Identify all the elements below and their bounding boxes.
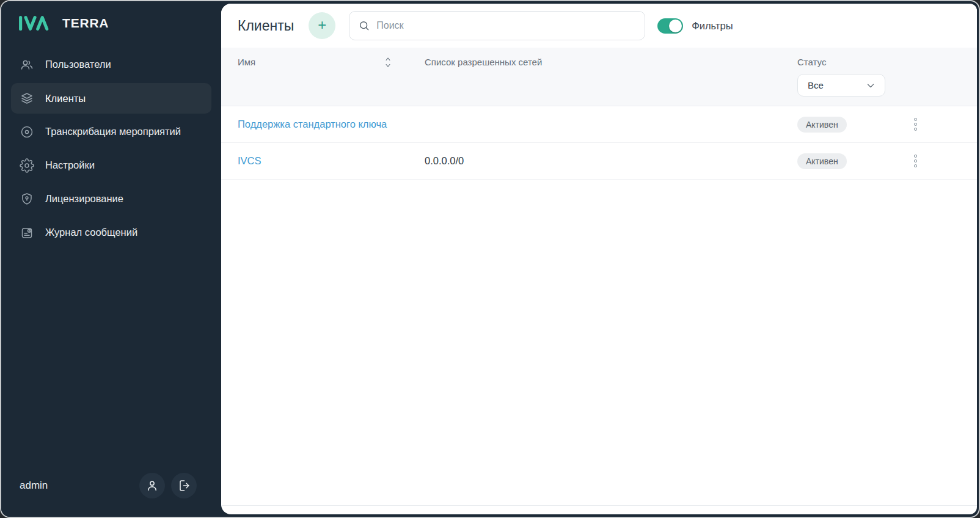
client-status-cell: Активен [797,153,907,169]
sidebar-item-label: Лицензирование [45,193,123,205]
client-name-cell: Поддержка стандартного ключа [238,119,425,130]
client-name-link[interactable]: Поддержка стандартного ключа [238,119,387,130]
client-status-cell: Активен [797,117,907,133]
app-window: TERRA Пользователи [0,0,980,518]
filters-toggle[interactable] [657,18,683,34]
search-box [349,11,645,40]
layers-icon [20,91,34,106]
sidebar-nav: Пользователи Клиенты [1,48,221,249]
page-title: Клиенты [238,18,294,34]
page-header: Клиенты + Фильтры [221,4,977,48]
sidebar-item-clients[interactable]: Клиенты [11,83,211,114]
iva-logo-icon [17,13,54,33]
column-header-name: Имя [238,57,425,106]
table-footer-divider [221,505,977,506]
sidebar-item-label: Клиенты [45,93,86,104]
sidebar-item-label: Журнал сообщений [45,227,137,238]
logout-button[interactable] [171,473,197,498]
client-name-cell: IVCS [238,155,425,167]
logo: TERRA [1,1,221,42]
sidebar-item-label: Пользователи [45,59,111,70]
status-filter-value: Все [808,80,824,90]
chevron-down-icon [865,80,876,91]
person-icon [145,478,159,493]
column-header-networks: Список разрешенных сетей [425,57,797,106]
sort-arrows-icon [384,56,392,68]
search-icon [358,20,370,32]
gear-icon [20,158,34,173]
current-user-label: admin [20,480,133,492]
main-content: Клиенты + Фильтры Имя [221,4,977,514]
row-actions-kebab-button[interactable] [907,111,923,139]
sidebar-item-settings[interactable]: Настройки [1,148,221,182]
sidebar-item-users[interactable]: Пользователи [1,48,221,81]
client-networks-cell: 0.0.0.0/0 [425,155,797,167]
table-row: IVCS 0.0.0.0/0 Активен [221,143,977,180]
status-filter-select[interactable]: Все [797,74,885,97]
client-name-link[interactable]: IVCS [238,155,261,166]
column-header-status: Статус Все [797,57,907,106]
filters-toggle-group: Фильтры [657,18,733,34]
license-shield-icon [20,192,34,206]
logo-product-name: TERRA [62,16,109,31]
sidebar-item-label: Настройки [45,159,95,171]
record-icon [20,125,34,139]
sidebar-item-label: Транскрибация мероприятий [45,126,181,137]
sidebar-footer: admin [1,461,221,517]
sidebar-item-message-log[interactable]: Журнал сообщений [1,216,221,249]
sidebar: TERRA Пользователи [1,1,221,517]
row-actions-kebab-button[interactable] [907,147,923,175]
sort-by-name-button[interactable] [382,55,393,70]
profile-button[interactable] [139,473,165,498]
filters-toggle-label: Фильтры [692,20,733,32]
users-icon [20,57,34,72]
table-row: Поддержка стандартного ключа Активен [221,106,977,143]
add-client-button[interactable]: + [309,12,335,39]
table-header: Имя Список разрешенных сетей Статус Все [221,48,977,106]
logout-icon [177,478,191,493]
search-input[interactable] [376,20,636,31]
status-badge: Активен [797,117,847,133]
sidebar-item-transcription[interactable]: Транскрибация мероприятий [1,115,221,148]
sidebar-item-licensing[interactable]: Лицензирование [1,182,221,216]
message-journal-icon [20,225,34,240]
status-badge: Активен [797,153,847,169]
